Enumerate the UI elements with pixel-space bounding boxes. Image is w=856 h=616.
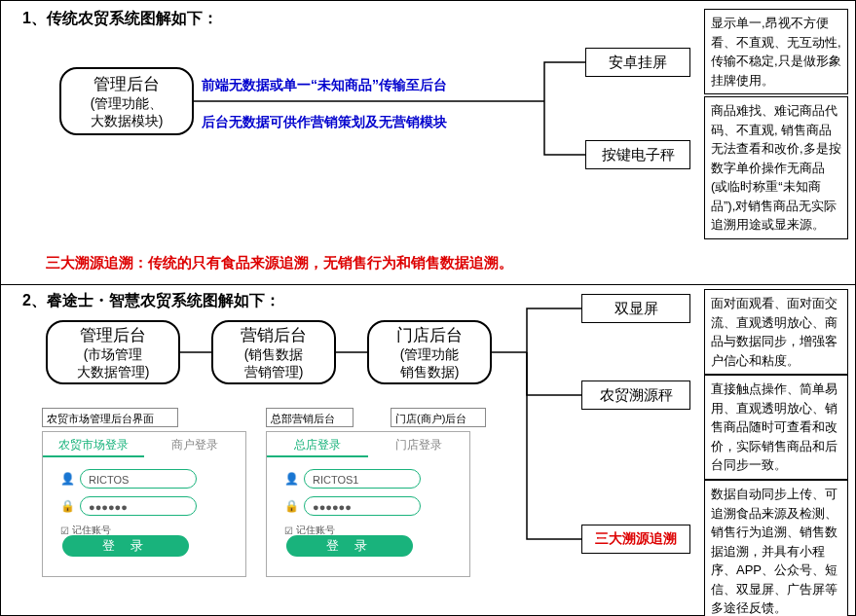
- section-smart: 2、睿途士・智慧农贸系统图解如下： 管理后台 (市场管理 大数据管理) 营销后台…: [1, 285, 855, 615]
- lock-icon: 🔒: [60, 499, 74, 513]
- note-backend: 后台无数据可供作营销策划及无营销模块: [202, 114, 447, 131]
- box-mgmt-backend: 管理后台 (管理功能、 大数据模块): [59, 67, 194, 135]
- text-trace-scale-desc: 直接触点操作、简单易用、直观透明放心、销售商品随时可查看和改价，实际销售商品和后…: [704, 375, 848, 480]
- section2-title: 2、睿途士・智慧农贸系统图解如下：: [22, 291, 280, 311]
- box-marketing: 营销后台 (销售数据 营销管理): [211, 320, 336, 384]
- box-button-scale: 按键电子秤: [585, 140, 690, 169]
- mgmt-sub1: (管理功能、: [91, 95, 164, 113]
- section1-title: 1、传统农贸系统图解如下：: [22, 9, 218, 29]
- box-android-screen: 安卓挂屏: [585, 48, 690, 77]
- text-android-desc: 显示单一,昂视不方便看、不直观、无互动性,传输不稳定,只是做形象挂牌使用。: [704, 9, 848, 94]
- box-dual-display: 双显屏: [581, 294, 690, 323]
- login2-button[interactable]: 登 录: [286, 535, 413, 557]
- login2-pass[interactable]: ●●●●●●: [304, 496, 421, 516]
- label-market-ui: 农贸市场管理后台界面: [42, 408, 178, 427]
- section-traditional: 1、传统农贸系统图解如下： 管理后台 (管理功能、 大数据模块) 前端无数据或单…: [1, 1, 855, 285]
- text-three-trace-red: 三大溯源追溯：传统的只有食品来源追溯，无销售行为和销售数据追溯。: [46, 254, 513, 272]
- text-three-trace-desc: 数据自动同步上传、可追溯食品来源及检测、销售行为追溯、销售数据追溯，并具有小程序…: [704, 480, 848, 616]
- user-icon: 👤: [284, 472, 298, 486]
- tab-market-login[interactable]: 农贸市场登录: [43, 432, 144, 457]
- box-market-mgmt: 管理后台 (市场管理 大数据管理): [46, 320, 180, 384]
- label-store-ui: 门店(商户)后台: [391, 408, 486, 427]
- label-hq-ui: 总部营销后台: [266, 408, 354, 427]
- tab-merchant-login[interactable]: 商户登录: [144, 432, 245, 457]
- lock-icon: 🔒: [284, 499, 298, 513]
- checkbox-icon[interactable]: ☑: [60, 525, 69, 536]
- user-icon: 👤: [60, 472, 74, 486]
- box-trace-scale: 农贸溯源秤: [581, 380, 690, 410]
- diagram-root: 1、传统农贸系统图解如下： 管理后台 (管理功能、 大数据模块) 前端无数据或单…: [0, 0, 856, 616]
- tab-hq-login[interactable]: 总店登录: [267, 432, 368, 457]
- login2-user[interactable]: RICTOS1: [304, 469, 421, 489]
- text-scale-desc: 商品难找、难记商品代码、不直观, 销售商品无法查看和改价,多是按数字单价操作无商…: [704, 96, 848, 239]
- text-dual-desc: 面对面观看、面对面交流、直观透明放心、商品与数据同步，增强客户信心和粘度。: [704, 289, 848, 375]
- checkbox-icon[interactable]: ☑: [284, 525, 293, 536]
- login1-pass[interactable]: ●●●●●●: [80, 496, 197, 516]
- login-store: 总店登录 门店登录 👤RICTOS1 🔒●●●●●● ☑ 记住账号 登 录: [266, 431, 470, 577]
- box-three-trace: 三大溯源追溯: [581, 525, 690, 554]
- box-store: 门店后台 (管理功能 销售数据): [367, 320, 492, 384]
- note-frontend: 前端无数据或单一“未知商品”传输至后台: [202, 77, 447, 94]
- mgmt-sub2: 大数据模块): [91, 113, 164, 130]
- tab-store-login[interactable]: 门店登录: [368, 432, 469, 457]
- login1-user[interactable]: RICTOS: [80, 469, 197, 489]
- login1-button[interactable]: 登 录: [62, 535, 189, 557]
- login-market: 农贸市场登录 商户登录 👤RICTOS 🔒●●●●●● ☑ 记住账号 登 录: [42, 431, 246, 577]
- mgmt-title: 管理后台: [93, 73, 160, 95]
